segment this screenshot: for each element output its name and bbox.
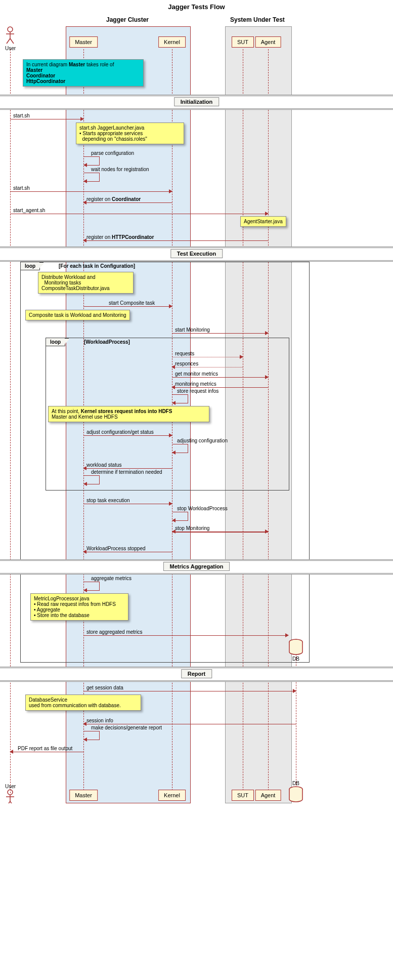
msg-determine: [84, 475, 100, 484]
msg-wlstatus: workload status: [83, 462, 172, 469]
participant-master-bottom: Master: [69, 790, 98, 801]
actor-user-bottom: User: [5, 784, 15, 803]
msg-sessioninfo: session info: [83, 717, 296, 724]
msg-startmon: start Monitoring: [172, 326, 268, 334]
msg-wait: [84, 173, 100, 182]
participant-sut-bottom: SUT: [232, 790, 254, 801]
note-launcher: start.sh JaggerLauncher.java• Starts app…: [76, 123, 184, 144]
msg-reghttp: register on HTTPCoordinator: [83, 234, 268, 241]
msg-aggmetrics: [84, 582, 100, 591]
msg-determine-label: determine if termination needed: [91, 469, 162, 475]
svg-point-0: [8, 27, 13, 32]
actor-user-top: User: [5, 26, 15, 51]
msg-makedec-label: make decisions/generate report: [91, 725, 162, 730]
msg-storeagg: store aggregated metrics: [83, 629, 288, 636]
sequence-canvas: Jagger Cluster System Under Test User Us…: [0, 14, 393, 803]
participant-agent-bottom: Agent: [255, 790, 281, 801]
msg-makedec: [84, 731, 100, 740]
participant-master-top: Master: [69, 36, 98, 48]
participant-db-bottom: DB: [288, 781, 303, 803]
msg-pdfout: PDF report as file output: [10, 745, 83, 752]
msg-adjusting-label: adjusting configuration: [177, 438, 228, 443]
divider-init: Initialization: [0, 95, 393, 110]
msg-start2: start.sh: [10, 185, 172, 192]
svg-point-5: [8, 790, 13, 795]
participant-kernel-bottom: Kernel: [158, 790, 186, 801]
msg-adjusting: [172, 444, 188, 453]
msg-getmon: get monitor metrics: [172, 371, 268, 378]
msg-startagent: start_agent.sh: [10, 207, 268, 214]
svg-line-3: [7, 38, 10, 44]
msg-storereq: [172, 394, 188, 403]
msg-aggmetrics-label: aggregate metrics: [91, 576, 132, 581]
participant-agent-top: Agent: [255, 36, 281, 48]
msg-responces: responces: [172, 360, 243, 368]
group-sut-label: System Under Test: [230, 16, 285, 23]
msg-monmetrics: monitoring metrics: [172, 381, 268, 388]
divider-agg: Metrics Aggregation: [0, 559, 393, 575]
diagram-title: Jagger Tests Flow: [0, 0, 393, 14]
msg-regcoord: register on Coordinator: [83, 196, 172, 203]
msg-stopwl: [172, 512, 188, 521]
svg-line-8: [7, 801, 10, 803]
msg-parse: [84, 156, 100, 166]
msg-stoptask: stop task execution: [83, 497, 172, 504]
divider-exec: Test Execution: [0, 247, 393, 262]
note-dbservice: DatabaseServiceused from communication w…: [25, 695, 141, 711]
note-agentstarter: AgentStarter.java: [240, 216, 286, 227]
svg-line-4: [10, 38, 14, 44]
note-master-role: In current diagram Master takes role ofM…: [23, 59, 144, 87]
divider-report: Report: [0, 667, 393, 682]
participant-kernel-top: Kernel: [158, 36, 186, 48]
msg-stopmon-return: [172, 532, 268, 533]
msg-parse-label: parse configuration: [91, 150, 134, 156]
note-hdfs: At this point, Kernel stores request inf…: [48, 406, 209, 422]
svg-line-9: [10, 801, 14, 803]
msg-wait-label: wait nodes for registration: [91, 167, 149, 172]
msg-wlstopped: WorkloadProcess stopped: [83, 545, 172, 552]
msg-start1: start.sh: [10, 112, 83, 119]
note-distribute: Distribute Workload and Monitoring tasks…: [38, 272, 134, 294]
msg-storereq-label: store request infos: [177, 388, 219, 394]
note-metriclog: MetricLogProcessor.java• Read raw reques…: [30, 593, 128, 621]
msg-adjust: adjust configuration/get status: [83, 429, 172, 436]
msg-startcomp: start Composite task: [83, 300, 172, 307]
group-jagger-label: Jagger Cluster: [106, 16, 149, 23]
participant-sut-top: SUT: [232, 36, 254, 48]
note-composite: Composite task is Workload and Monitorin…: [25, 310, 130, 320]
msg-stopwl-label: stop WorkloadProcess: [177, 506, 228, 511]
msg-requests: requests: [172, 350, 243, 357]
msg-stopmon: stop Monitoring: [172, 525, 268, 532]
msg-getsession: get session data: [83, 684, 296, 691]
